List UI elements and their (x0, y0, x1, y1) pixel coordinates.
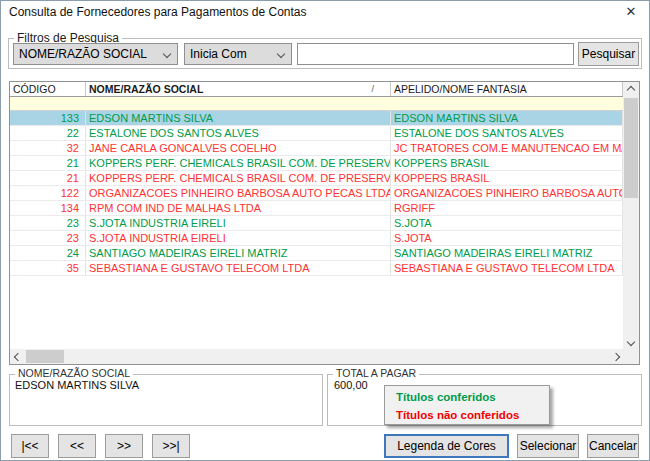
grid-filter-row[interactable] (10, 97, 623, 111)
select-button[interactable]: Selecionar (517, 434, 579, 458)
color-legend-popup: Títulos conferidos Títulos não conferido… (384, 385, 550, 425)
table-cell: 22 (10, 126, 86, 140)
column-header-nome[interactable]: NOME/RAZÃO SOCIAL / (86, 82, 391, 96)
table-cell: SANTIAGO MADEIRAS EIRELI MATRIZ (86, 246, 391, 260)
horizontal-scrollbar-thumb[interactable] (26, 350, 64, 363)
detail-nome-label: NOME/RAZÃO SOCIAL (15, 367, 133, 379)
table-cell: 133 (10, 111, 86, 125)
table-cell: KOPPERS BRASIL (391, 156, 623, 170)
table-row[interactable]: 134RPM COM IND DE MALHAS LTDARGRIFF (10, 201, 623, 216)
table-cell: KOPPERS BRASIL (391, 171, 623, 185)
nav-first-button[interactable]: |<< (11, 434, 49, 458)
table-cell: SANTIAGO MADEIRAS EIRELI MATRIZ (391, 246, 623, 260)
table-row[interactable]: 32JANE CARLA GONCALVES COELHOJC TRATORES… (10, 141, 623, 156)
chevron-down-icon (163, 50, 171, 58)
table-cell: EDSON MARTINS SILVA (391, 111, 623, 125)
window-title: Consulta de Fornecedores para Pagamentos… (9, 5, 307, 19)
table-cell: 23 (10, 231, 86, 245)
filters-groupbox: Filtros de Pesquisa NOME/RAZÃO SOCIAL In… (8, 38, 642, 69)
table-cell: SEBASTIANA E GUSTAVO TELECOM LTDA (86, 261, 391, 275)
table-cell: 32 (10, 141, 86, 155)
detail-nome-groupbox: NOME/RAZÃO SOCIAL EDSON MARTINS SILVA (9, 374, 323, 426)
table-row[interactable]: 23S.JOTA INDUSTRIA EIRELIS.JOTA (10, 231, 623, 246)
table-row[interactable]: 22ESTALONE DOS SANTOS ALVESESTALONE DOS … (10, 126, 623, 141)
scroll-left-icon[interactable] (10, 349, 25, 364)
search-button[interactable]: Pesquisar (578, 42, 639, 66)
table-row[interactable]: 21KOPPERS PERF. CHEMICALS BRASIL COM. DE… (10, 156, 623, 171)
sort-indicator-icon: / (371, 84, 374, 94)
chevron-down-icon (277, 50, 285, 58)
table-cell: 24 (10, 246, 86, 260)
table-cell: RPM COM IND DE MALHAS LTDA (86, 201, 391, 215)
table-row[interactable]: 24SANTIAGO MADEIRAS EIRELI MATRIZSANTIAG… (10, 246, 623, 261)
detail-nome-value: EDSON MARTINS SILVA (15, 379, 139, 391)
column-header-codigo[interactable]: CÓDIGO (10, 82, 86, 96)
table-cell: S.JOTA INDUSTRIA EIRELI (86, 231, 391, 245)
table-row[interactable]: 23S.JOTA INDUSTRIA EIRELIS.JOTA (10, 216, 623, 231)
horizontal-scrollbar[interactable] (10, 349, 623, 364)
nav-next-button[interactable]: >> (105, 434, 143, 458)
nav-last-button[interactable]: >>| (152, 434, 190, 458)
table-row[interactable]: 133EDSON MARTINS SILVAEDSON MARTINS SILV… (10, 111, 623, 126)
close-icon[interactable]: ✕ (621, 3, 641, 21)
table-cell: ORGANIZACOES PINHEIRO BARBOSA AUTO PECAS (391, 186, 623, 200)
grid-header: CÓDIGO NOME/RAZÃO SOCIAL / APELIDO/NOME … (10, 82, 623, 97)
table-cell: KOPPERS PERF. CHEMICALS BRASIL COM. DE P… (86, 171, 391, 185)
table-row[interactable]: 21KOPPERS PERF. CHEMICALS BRASIL COM. DE… (10, 171, 623, 186)
legend-colors-button[interactable]: Legenda de Cores (384, 434, 509, 458)
table-cell: 21 (10, 171, 86, 185)
search-input[interactable] (297, 43, 574, 65)
table-cell: RGRIFF (391, 201, 623, 215)
table-row[interactable]: 122ORGANIZACOES PINHEIRO BARBOSA AUTO PE… (10, 186, 623, 201)
suppliers-grid: CÓDIGO NOME/RAZÃO SOCIAL / APELIDO/NOME … (9, 81, 640, 365)
table-cell: S.JOTA (391, 216, 623, 230)
title-bar: Consulta de Fornecedores para Pagamentos… (1, 1, 649, 23)
table-cell: KOPPERS PERF. CHEMICALS BRASIL COM. DE P… (86, 156, 391, 170)
field-dropdown[interactable]: NOME/RAZÃO SOCIAL (13, 43, 178, 65)
scroll-down-icon[interactable] (623, 334, 639, 349)
table-cell: 134 (10, 201, 86, 215)
scrollbar-corner (623, 349, 639, 364)
table-cell: ESTALONE DOS SANTOS ALVES (391, 126, 623, 140)
table-cell: SEBASTIANA E GUSTAVO TELECOM LTDA (391, 261, 623, 275)
legend-conferidos-label: Títulos conferidos (396, 391, 496, 403)
scroll-right-icon[interactable] (608, 349, 623, 364)
nav-prev-button[interactable]: << (58, 434, 96, 458)
table-cell: ORGANIZACOES PINHEIRO BARBOSA AUTO PECAS… (86, 186, 391, 200)
legend-nao-conferidos-label: Títulos não conferidos (396, 409, 519, 421)
supplier-query-dialog: { "window": { "title": "Consulta de Forn… (0, 0, 650, 461)
table-cell: 21 (10, 156, 86, 170)
column-header-nome-label: NOME/RAZÃO SOCIAL (89, 83, 203, 95)
table-row[interactable]: 35SEBASTIANA E GUSTAVO TELECOM LTDASEBAS… (10, 261, 623, 276)
table-cell: JANE CARLA GONCALVES COELHO (86, 141, 391, 155)
table-cell: 23 (10, 216, 86, 230)
vertical-scrollbar[interactable] (623, 82, 639, 349)
table-cell: JC TRATORES COM.E MANUTENCAO EM MAQUINAS (391, 141, 623, 155)
vertical-scrollbar-thumb[interactable] (624, 98, 638, 198)
scroll-up-icon[interactable] (623, 82, 639, 97)
detail-total-label: TOTAL A PAGAR (333, 367, 419, 379)
table-cell: 35 (10, 261, 86, 275)
operator-dropdown[interactable]: Inicia Com (184, 43, 292, 65)
table-cell: 122 (10, 186, 86, 200)
cancel-button[interactable]: Cancelar (587, 434, 639, 458)
operator-dropdown-value: Inicia Com (190, 47, 247, 61)
table-cell: S.JOTA INDUSTRIA EIRELI (86, 216, 391, 230)
table-cell: EDSON MARTINS SILVA (86, 111, 391, 125)
field-dropdown-value: NOME/RAZÃO SOCIAL (19, 47, 147, 61)
grid-rows: 133EDSON MARTINS SILVAEDSON MARTINS SILV… (10, 111, 623, 276)
table-cell: S.JOTA (391, 231, 623, 245)
table-cell: ESTALONE DOS SANTOS ALVES (86, 126, 391, 140)
column-header-apelido[interactable]: APELIDO/NOME FANTASIA (391, 82, 623, 96)
detail-total-value: 600,00 (334, 379, 368, 391)
